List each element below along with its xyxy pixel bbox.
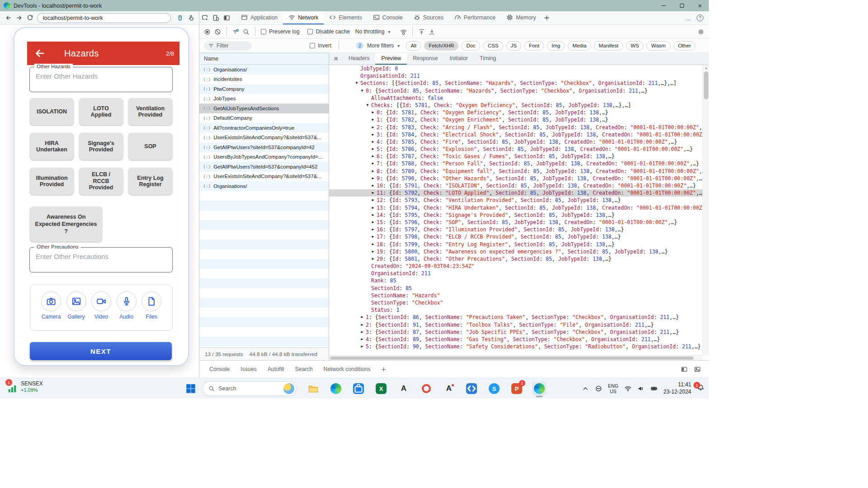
hazard-button-hira[interactable]: HIRA Undertaken xyxy=(30,133,74,160)
hazard-button-isolation[interactable]: ISOLATION xyxy=(30,98,74,125)
chip-wasm[interactable]: Wasm xyxy=(646,41,670,51)
opera-browser-icon[interactable] xyxy=(420,382,433,395)
file-explorer-icon[interactable] xyxy=(307,382,320,395)
expander-right-icon[interactable]: ▶ xyxy=(370,175,376,182)
chip-other[interactable]: Other xyxy=(674,41,696,51)
drawer-tab-search[interactable]: Search xyxy=(290,361,318,378)
expander-right-icon[interactable]: ▶ xyxy=(370,131,376,138)
more-tabs-button[interactable] xyxy=(542,13,552,23)
vs-code-icon[interactable] xyxy=(465,382,478,395)
wifi-icon[interactable] xyxy=(624,385,632,392)
json-line[interactable]: SectionId: 85 xyxy=(329,285,703,292)
record-button[interactable] xyxy=(204,28,211,35)
json-line[interactable]: ▶3: {Id: 5784, Check: "Electrical Shock"… xyxy=(329,131,703,138)
photos-a-icon[interactable]: A xyxy=(397,382,410,395)
expander-down-icon[interactable]: ▼ xyxy=(365,102,370,109)
camera-button[interactable]: Camera xyxy=(40,291,62,330)
request-list-header[interactable]: Name xyxy=(199,53,329,65)
dock-side-button[interactable] xyxy=(221,13,232,23)
expander-right-icon[interactable]: ▶ xyxy=(370,204,376,211)
drawer-screenshot-icon[interactable] xyxy=(694,366,701,373)
volume-icon[interactable] xyxy=(637,385,645,392)
json-line[interactable]: ▶2: {Id: 5783, Check: "Arcing / Flash", … xyxy=(329,124,703,131)
drawer-dock-icon[interactable] xyxy=(681,366,688,373)
start-button[interactable] xyxy=(185,383,196,394)
close-preview-button[interactable]: ✕ xyxy=(329,53,343,65)
preview-tab-preview[interactable]: Preview xyxy=(375,53,407,65)
request-row[interactable]: {:}UserExistsInSiteAndCompany?&siteId=53… xyxy=(199,133,329,143)
horizontal-scrollbar[interactable] xyxy=(329,355,703,360)
request-row[interactable]: {:}Organisations/ xyxy=(199,181,329,191)
json-line[interactable]: ▶16: {Id: 5797, Check: "Illumination Pro… xyxy=(329,226,703,233)
expander-down-icon[interactable]: ▼ xyxy=(354,80,359,87)
json-line[interactable]: ▶14: {Id: 5795, Check: "Signage's Provid… xyxy=(329,211,703,219)
address-bar[interactable]: localhost/permit-to-work xyxy=(37,13,171,23)
expander-right-icon[interactable]: ▶ xyxy=(370,255,376,263)
request-row[interactable]: {:}incidentsites xyxy=(199,75,329,84)
expander-right-icon[interactable]: ▶ xyxy=(370,219,376,226)
request-row[interactable]: {:}PtwCompany xyxy=(199,84,329,94)
json-line[interactable]: ▶4: {Id: 5785, Check: "Fire", SectionId:… xyxy=(329,138,703,145)
edge-browser-icon[interactable] xyxy=(329,382,343,395)
chip-media[interactable]: Media xyxy=(568,41,591,51)
expander-right-icon[interactable]: ▶ xyxy=(370,197,376,204)
expander-right-icon[interactable]: ▶ xyxy=(370,160,376,167)
chip-manifest[interactable]: Manifest xyxy=(594,41,623,51)
network-conditions-icon[interactable] xyxy=(400,28,407,35)
expander-right-icon[interactable]: ▶ xyxy=(370,233,376,240)
tab-memory[interactable]: Memory xyxy=(501,11,541,24)
hazard-button-illumination[interactable]: Illumination Provided xyxy=(30,168,74,195)
hazard-button-ventilation[interactable]: Ventilation Provided xyxy=(128,98,172,125)
audacity-icon[interactable]: A xyxy=(442,382,456,395)
language-indicator[interactable]: ENGUS xyxy=(608,383,618,394)
json-line[interactable]: ▶4: {SectionId: 89, SectionName: "Gas Te… xyxy=(329,336,703,343)
stock-ticker-widget[interactable]: 1 SENSEX +1.09% xyxy=(7,380,43,394)
tab-application[interactable]: Application xyxy=(236,11,283,24)
mouse-emulation-button[interactable] xyxy=(175,13,185,23)
expander-right-icon[interactable]: ▶ xyxy=(370,153,376,160)
json-line[interactable]: ▶20: {Id: 5801, Check: "Other Precaution… xyxy=(329,255,703,263)
office-app-icon[interactable]: P1 xyxy=(510,382,524,395)
gallery-button[interactable]: Gallery xyxy=(66,291,87,330)
json-line[interactable]: ▼Checks: [{Id: 5781, Check: "Oxygen Defi… xyxy=(329,102,703,109)
json-line[interactable]: ▶17: {Id: 5798, Check: "ELCB / RCCB Prov… xyxy=(329,233,703,240)
json-line[interactable]: SectionType: "Checkbox" xyxy=(329,299,703,306)
json-line[interactable]: ▶11: {Id: 5792, Check: "LOTO Applied", S… xyxy=(329,189,703,197)
json-line[interactable]: ▶5: {SectionId: 90, SectionName: "Safety… xyxy=(329,343,703,350)
chip-js[interactable]: JS xyxy=(506,41,521,51)
json-line[interactable]: ▼0: {SectionId: 85, SectionName: "Hazard… xyxy=(329,87,703,94)
taskbar-search[interactable]: Search xyxy=(203,381,297,396)
json-line[interactable]: Status: 1 xyxy=(329,306,703,314)
device-toolbar-button[interactable] xyxy=(210,13,221,23)
request-row[interactable]: {:}All?contractorCompaniesOnly=true xyxy=(199,123,329,133)
export-har-button[interactable] xyxy=(429,28,435,35)
awareness-button[interactable]: Awareness On Expected Emergencies ? xyxy=(30,206,102,242)
drawer-tab-network-conditions[interactable]: Network conditions xyxy=(318,361,376,378)
expander-right-icon[interactable]: ▶ xyxy=(359,321,365,328)
clock[interactable]: 11:4123-12-2024 xyxy=(664,381,691,395)
json-line[interactable]: ▶8: {Id: 5789, Check: "Equipment fall", … xyxy=(329,168,703,175)
request-row[interactable]: {:}Organisations/ xyxy=(199,65,329,75)
hazard-button-sop[interactable]: SOP xyxy=(128,133,172,160)
filter-input[interactable]: Filter xyxy=(204,41,252,51)
chip-css[interactable]: CSS xyxy=(483,41,503,51)
expander-right-icon[interactable]: ▶ xyxy=(359,336,365,343)
audio-button[interactable]: Audio xyxy=(116,291,137,330)
preview-tab-response[interactable]: Response xyxy=(407,53,443,65)
json-line[interactable]: ▶3: {SectionId: 87, SectionName: "Job Sp… xyxy=(329,328,703,336)
battery-icon[interactable] xyxy=(651,385,658,392)
preserve-log-checkbox[interactable] xyxy=(261,29,266,34)
json-line[interactable]: ▶18: {Id: 5799, Check: "Entry Log Regist… xyxy=(329,241,703,248)
drawer-tab-issues[interactable]: Issues xyxy=(235,361,262,378)
expander-right-icon[interactable]: ▶ xyxy=(370,109,376,116)
chip-img[interactable]: Img xyxy=(547,41,565,51)
preview-tab-headers[interactable]: Headers xyxy=(343,53,375,65)
chip-all[interactable]: All xyxy=(406,41,421,51)
hazard-button-signage-s[interactable]: Signage's Provided xyxy=(79,133,123,160)
expander-right-icon[interactable]: ▶ xyxy=(370,211,376,219)
video-button[interactable]: Video xyxy=(90,291,112,330)
request-row[interactable]: {:}GetAllPtwUsers?siteId=537&companyId=4… xyxy=(199,162,329,172)
json-line[interactable]: ▶6: {Id: 5787, Check: "Toxic Gases / Fum… xyxy=(329,153,703,160)
help-button[interactable]: ? xyxy=(697,14,703,21)
minimize-button[interactable] xyxy=(655,0,673,11)
